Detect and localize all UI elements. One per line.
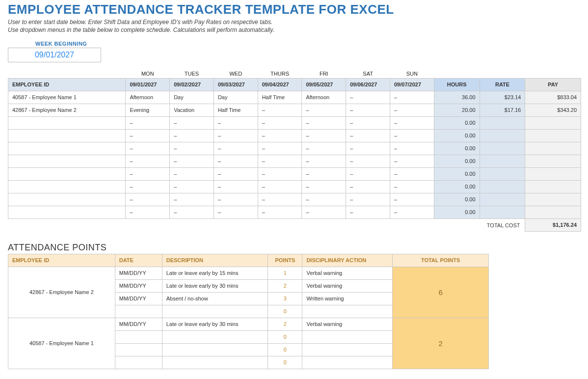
cell-shift[interactable]: – bbox=[302, 167, 346, 180]
cell-shift[interactable]: – bbox=[170, 167, 214, 180]
cell-shift[interactable]: – bbox=[126, 167, 170, 180]
cell-shift[interactable]: – bbox=[258, 129, 302, 142]
pts-description[interactable]: Late or leave early by 15 mins bbox=[162, 267, 268, 279]
cell-shift[interactable]: – bbox=[170, 129, 214, 142]
cell-shift[interactable]: – bbox=[214, 155, 258, 167]
cell-shift[interactable]: – bbox=[302, 193, 346, 206]
cell-shift[interactable]: – bbox=[170, 180, 214, 193]
cell-shift[interactable]: – bbox=[258, 206, 302, 218]
cell-employee-id[interactable] bbox=[8, 167, 126, 180]
cell-shift[interactable]: Half Time bbox=[214, 104, 258, 116]
cell-shift[interactable]: Vacation bbox=[170, 104, 214, 116]
cell-shift[interactable]: – bbox=[346, 193, 390, 206]
cell-shift[interactable]: – bbox=[126, 116, 170, 129]
cell-shift[interactable]: – bbox=[346, 91, 390, 104]
week-beginning-input[interactable]: 09/01/2027 bbox=[8, 48, 101, 62]
cell-shift[interactable]: – bbox=[214, 206, 258, 218]
cell-shift[interactable]: – bbox=[126, 155, 170, 167]
cell-shift[interactable]: Afternoon bbox=[126, 91, 170, 104]
cell-employee-id[interactable] bbox=[8, 206, 126, 218]
cell-shift[interactable]: – bbox=[258, 142, 302, 155]
pts-employee[interactable]: 42867 - Employee Name 2 bbox=[8, 267, 115, 318]
pts-action[interactable] bbox=[302, 356, 393, 369]
cell-shift[interactable]: – bbox=[390, 206, 434, 218]
cell-shift[interactable]: – bbox=[390, 180, 434, 193]
cell-shift[interactable]: – bbox=[170, 155, 214, 167]
pts-description[interactable]: Late or leave early by 30 mins bbox=[162, 318, 268, 330]
cell-shift[interactable]: – bbox=[390, 155, 434, 167]
cell-shift[interactable]: – bbox=[346, 104, 390, 116]
pts-description[interactable] bbox=[162, 330, 268, 343]
cell-shift[interactable]: – bbox=[302, 104, 346, 116]
cell-shift[interactable]: – bbox=[214, 116, 258, 129]
pts-date[interactable] bbox=[115, 356, 162, 369]
pts-description[interactable]: Absent / no-show bbox=[162, 292, 268, 305]
cell-shift[interactable]: – bbox=[302, 142, 346, 155]
cell-employee-id[interactable]: 42867 - Employee Name 2 bbox=[8, 104, 126, 116]
cell-shift[interactable]: – bbox=[258, 193, 302, 206]
cell-shift[interactable]: – bbox=[390, 193, 434, 206]
cell-employee-id[interactable] bbox=[8, 142, 126, 155]
cell-employee-id[interactable] bbox=[8, 180, 126, 193]
cell-employee-id[interactable]: 40587 - Employee Name 1 bbox=[8, 91, 126, 104]
cell-shift[interactable]: – bbox=[214, 180, 258, 193]
pts-date[interactable]: MM/DD/YY bbox=[115, 318, 162, 330]
cell-shift[interactable]: – bbox=[390, 104, 434, 116]
pts-action[interactable]: Written warning bbox=[302, 292, 393, 305]
cell-shift[interactable]: – bbox=[258, 155, 302, 167]
cell-employee-id[interactable] bbox=[8, 193, 126, 206]
pts-date[interactable] bbox=[115, 343, 162, 356]
cell-shift[interactable]: – bbox=[126, 142, 170, 155]
cell-shift[interactable]: – bbox=[346, 206, 390, 218]
cell-shift[interactable]: – bbox=[170, 142, 214, 155]
cell-shift[interactable]: – bbox=[390, 167, 434, 180]
pts-date[interactable]: MM/DD/YY bbox=[115, 267, 162, 279]
cell-shift[interactable]: Evening bbox=[126, 104, 170, 116]
cell-shift[interactable]: – bbox=[258, 104, 302, 116]
cell-shift[interactable]: – bbox=[390, 129, 434, 142]
cell-shift[interactable]: – bbox=[258, 116, 302, 129]
cell-shift[interactable]: – bbox=[346, 142, 390, 155]
cell-shift[interactable]: – bbox=[302, 206, 346, 218]
cell-shift[interactable]: – bbox=[170, 116, 214, 129]
cell-shift[interactable]: – bbox=[126, 206, 170, 218]
cell-shift[interactable]: Half Time bbox=[258, 91, 302, 104]
pts-date[interactable] bbox=[115, 305, 162, 318]
pts-employee[interactable]: 40587 - Employee Name 1 bbox=[8, 318, 115, 369]
cell-shift[interactable]: – bbox=[126, 129, 170, 142]
cell-shift[interactable]: Day bbox=[214, 91, 258, 104]
pts-description[interactable]: Late or leave early by 30 mins bbox=[162, 279, 268, 292]
cell-shift[interactable]: – bbox=[258, 167, 302, 180]
cell-shift[interactable]: – bbox=[302, 116, 346, 129]
cell-employee-id[interactable] bbox=[8, 155, 126, 167]
cell-shift[interactable]: – bbox=[258, 180, 302, 193]
cell-shift[interactable]: – bbox=[390, 142, 434, 155]
cell-shift[interactable]: – bbox=[302, 129, 346, 142]
cell-shift[interactable]: – bbox=[346, 155, 390, 167]
cell-shift[interactable]: – bbox=[214, 167, 258, 180]
pts-date[interactable] bbox=[115, 330, 162, 343]
cell-shift[interactable]: – bbox=[346, 180, 390, 193]
cell-shift[interactable]: – bbox=[126, 193, 170, 206]
cell-shift[interactable]: – bbox=[170, 193, 214, 206]
cell-shift[interactable]: Day bbox=[170, 91, 214, 104]
cell-shift[interactable]: – bbox=[346, 129, 390, 142]
cell-shift[interactable]: – bbox=[346, 167, 390, 180]
pts-action[interactable]: Verbal warning bbox=[302, 318, 393, 330]
cell-shift[interactable]: – bbox=[346, 116, 390, 129]
cell-shift[interactable]: – bbox=[214, 193, 258, 206]
pts-date[interactable]: MM/DD/YY bbox=[115, 292, 162, 305]
cell-shift[interactable]: – bbox=[390, 91, 434, 104]
pts-action[interactable]: Verbal warning bbox=[302, 279, 393, 292]
pts-action[interactable] bbox=[302, 330, 393, 343]
cell-shift[interactable]: – bbox=[214, 129, 258, 142]
pts-action[interactable] bbox=[302, 305, 393, 318]
pts-description[interactable] bbox=[162, 343, 268, 356]
pts-description[interactable] bbox=[162, 356, 268, 369]
cell-shift[interactable]: – bbox=[170, 206, 214, 218]
pts-date[interactable]: MM/DD/YY bbox=[115, 279, 162, 292]
pts-action[interactable] bbox=[302, 343, 393, 356]
pts-action[interactable]: Verbal warning bbox=[302, 267, 393, 279]
cell-shift[interactable]: – bbox=[390, 116, 434, 129]
cell-shift[interactable]: Afternoon bbox=[302, 91, 346, 104]
